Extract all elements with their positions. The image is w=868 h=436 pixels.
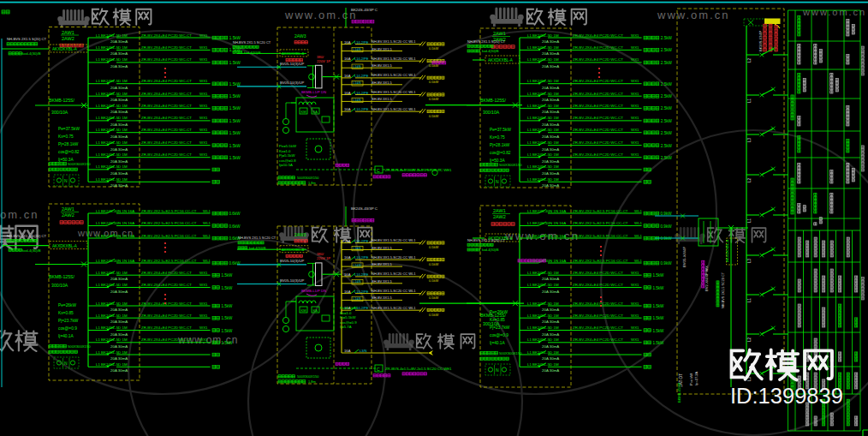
- svg-text:ZR-BV-2X2.5+E2.5 PC16 CC-CT: ZR-BV-2X2.5+E2.5 PC16 CC-CT: [573, 221, 628, 225]
- svg-text:C: C: [377, 367, 380, 372]
- svg-text:ZR-BV-2X4+E4 PC2D WC-CT: ZR-BV-2X4+E4 PC2D WC-CT: [141, 271, 192, 275]
- svg-text:L1&N: L1&N: [354, 264, 361, 267]
- svg-text:0.5kW: 0.5kW: [429, 296, 439, 300]
- svg-text:cos@=0.82: cos@=0.82: [490, 151, 511, 155]
- svg-text:ZR-BV-2X4+E4 PC2D WC-CT: ZR-BV-2X4+E4 PC2D WC-CT: [573, 314, 623, 318]
- svg-text:kxd-4(30)/B: kxd-4(30)/B: [22, 248, 41, 253]
- svg-text:0.9kW: 0.9kW: [661, 224, 673, 229]
- svg-text:L1/L2/PE: L1/L2/PE: [354, 255, 369, 260]
- svg-text:Pe=37.5kW: Pe=37.5kW: [490, 128, 511, 132]
- svg-text:NH-BV-3X1.5-SC20 CC WL1: NH-BV-3X1.5-SC20 CC WL1: [372, 107, 416, 111]
- svg-text:L1: L1: [747, 297, 752, 302]
- svg-text:WX1: WX1: [199, 128, 208, 132]
- svg-text:1.5kW: 1.5kW: [652, 316, 664, 320]
- svg-text:WL1: WL1: [203, 209, 211, 213]
- svg-text:0.5kW: 0.5kW: [429, 97, 439, 101]
- svg-text:Pe=26kW: Pe=26kW: [490, 310, 508, 314]
- svg-text:Kx=0.85: Kx=0.85: [490, 318, 505, 322]
- svg-text:L1: L1: [747, 218, 752, 223]
- svg-text:WX1: WX1: [631, 128, 639, 132]
- svg-text:L3: L3: [747, 258, 752, 263]
- svg-text:300/10A: 300/10A: [483, 110, 500, 115]
- svg-text:0.5kW: 0.5kW: [429, 114, 439, 118]
- svg-text:WL1: WL1: [634, 259, 643, 263]
- svg-text:ZR-BV-2X4+E4 PC2D WC-CT: ZR-BV-2X4+E4 PC2D WC-CT: [573, 283, 623, 287]
- svg-text:L2: L2: [747, 337, 752, 342]
- svg-text:2.5kW: 2.5kW: [661, 144, 673, 148]
- svg-text:WX1: WX1: [631, 337, 639, 342]
- svg-text:20A 30mA: 20A 30mA: [110, 290, 128, 294]
- svg-text:2AW1: 2AW1: [62, 206, 74, 212]
- svg-text:L1&N: L1&N: [354, 65, 361, 69]
- svg-text:2.5kW: 2.5kW: [661, 94, 673, 99]
- svg-text:1.5kW: 1.5kW: [221, 316, 233, 320]
- svg-text:L1/L2/PE: L1/L2/PE: [354, 74, 369, 78]
- svg-text:1.5kW: 1.5kW: [221, 329, 233, 333]
- svg-text:WX1: WX1: [199, 314, 208, 318]
- svg-text:NH-BV-3X1.5-SC20 CC WL1: NH-BV-3X1.5-SC20 CC WL1: [372, 73, 416, 77]
- svg-text:ZR-BV-2X2.5+E2.5 PC16 CC-CT: ZR-BV-2X2.5+E2.5 PC16 CC-CT: [573, 209, 628, 213]
- svg-text:20A 30mA: 20A 30mA: [542, 64, 559, 69]
- svg-text:WX1: WX1: [199, 337, 208, 342]
- svg-text:BKMB-L1/P DN: BKMB-L1/P DN: [301, 90, 326, 94]
- svg-text:1.5kW: 1.5kW: [229, 61, 241, 65]
- svg-text:AKXDKXBL-A: AKXDKXBL-A: [52, 244, 78, 248]
- svg-text:20A 30mA: 20A 30mA: [542, 122, 559, 127]
- svg-text:NH-BVS 2X1.5 SC20 CT: NH-BVS 2X1.5 SC20 CT: [233, 40, 271, 45]
- svg-text:20A 30mA: 20A 30mA: [542, 159, 559, 164]
- svg-text:Pj=23.7kW: Pj=23.7kW: [490, 326, 510, 330]
- svg-text:L2: L2: [747, 57, 752, 63]
- svg-text:Pe=37.5kW: Pe=37.5kW: [58, 127, 80, 131]
- svg-text:500X300X150: 500X300X150: [297, 176, 319, 180]
- svg-text:0.6kW: 0.6kW: [229, 212, 241, 216]
- svg-text:WX1: WX1: [631, 152, 639, 157]
- svg-text:1.5kW: 1.5kW: [229, 156, 241, 160]
- svg-text:kxd-4(30)/B: kxd-4(30)/B: [482, 50, 499, 53]
- svg-text:NH-BV-3X1.5-SC20 CC WL1: NH-BV-3X1.5-SC20 CC WL1: [372, 39, 416, 44]
- svg-text:BKMB-45/3P: BKMB-45/3P: [677, 383, 681, 403]
- svg-text:WL1: WL1: [634, 221, 643, 225]
- svg-text:16A: 16A: [344, 57, 351, 61]
- svg-text:NH-BVS 2X1.5 SC20 CT: NH-BVS 2X1.5 SC20 CT: [238, 236, 276, 240]
- svg-text:ZR-BV-2X4+E4 PC2D WC-CT: ZR-BV-2X4+E4 PC2D WC-CT: [141, 283, 192, 287]
- svg-text:1.5kW: 1.5kW: [229, 131, 241, 135]
- svg-text:WX1: WX1: [631, 302, 639, 306]
- svg-text:1.5kW: 1.5kW: [652, 304, 664, 308]
- svg-text:Kx=0.75: Kx=0.75: [58, 134, 74, 139]
- svg-text:NH-BV-3X1.5-SC20 CC WL1: NH-BV-3X1.5-SC20 CC WL1: [372, 272, 416, 276]
- svg-text:WL1: WL1: [203, 259, 211, 263]
- svg-text:BH-BV-3X1.5: BH-BV-3X1.5: [372, 262, 393, 266]
- svg-text:WX1: WX1: [631, 79, 639, 83]
- svg-text:NH-BV-3X1.5-SC20 CC WL1: NH-BV-3X1.5-SC20 CC WL1: [372, 90, 416, 94]
- svg-text:20A 30mA: 20A 30mA: [542, 134, 559, 139]
- svg-text:ZR-BV-2X4+E4 PC2D WC-CT: ZR-BV-2X4+E4 PC2D WC-CT: [141, 128, 192, 132]
- svg-text:L1/L2/PE: L1/L2/PE: [354, 57, 369, 61]
- svg-text:ZR-BV-2X4+E4 PC2D WC-CT: ZR-BV-2X4+E4 PC2D WC-CT: [573, 337, 623, 342]
- svg-text:N: N: [64, 178, 68, 183]
- svg-text:WL1: WL1: [203, 221, 211, 225]
- svg-text:20A 30mA: 20A 30mA: [110, 308, 128, 312]
- svg-text:20A 30mA: 20A 30mA: [110, 277, 128, 281]
- svg-text:1.5kW: 1.5kW: [229, 119, 241, 123]
- svg-text:BK24S-43/3P C: BK24S-43/3P C: [351, 206, 378, 211]
- svg-text:20A 30mA: 20A 30mA: [110, 183, 128, 188]
- svg-text:L2: L2: [747, 177, 752, 182]
- svg-text:Ij=10.5A: Ij=10.5A: [279, 163, 293, 167]
- svg-text:ZR-BV-2X4+E4 PC2D WC-CT: ZR-BV-2X4+E4 PC2D WC-CT: [573, 140, 623, 145]
- svg-text:20A 30mA: 20A 30mA: [110, 39, 128, 44]
- svg-text:KA: KA: [313, 308, 318, 313]
- svg-text:Pe=5.5kW: Pe=5.5kW: [340, 306, 358, 310]
- svg-text:20A 30mA: 20A 30mA: [110, 159, 128, 164]
- svg-text:NH-BV-3X1.5-SC20 CC WL1: NH-BV-3X1.5-SC20 CC WL1: [372, 306, 416, 310]
- svg-text:L1 BK24S-40N 1N 16A: L1 BK24S-40N 1N 16A: [527, 209, 566, 213]
- svg-text:AKXDKXBL-A: AKXDKXBL-A: [488, 58, 514, 63]
- svg-text:20A 30mA: 20A 30mA: [542, 320, 559, 324]
- svg-text:ZR-BVS-4x1.5+BV-2x1.5 SC20 CC: ZR-BVS-4x1.5+BV-2x1.5 SC20 CC WE1: [385, 367, 452, 371]
- svg-text:20A 30mA: 20A 30mA: [110, 98, 128, 102]
- svg-text:ZR-BV-2X4+E4 PC2D WC-CT: ZR-BV-2X4+E4 PC2D WC-CT: [573, 116, 623, 120]
- svg-text:1.5kW: 1.5kW: [221, 273, 233, 278]
- svg-text:0.5kW: 0.5kW: [429, 80, 439, 84]
- svg-text:1.5kW: 1.5kW: [221, 304, 233, 308]
- svg-text:WX1: WX1: [631, 140, 639, 145]
- svg-text:NH-BVS 2X1.5 SC20 CT: NH-BVS 2X1.5 SC20 CT: [722, 272, 725, 308]
